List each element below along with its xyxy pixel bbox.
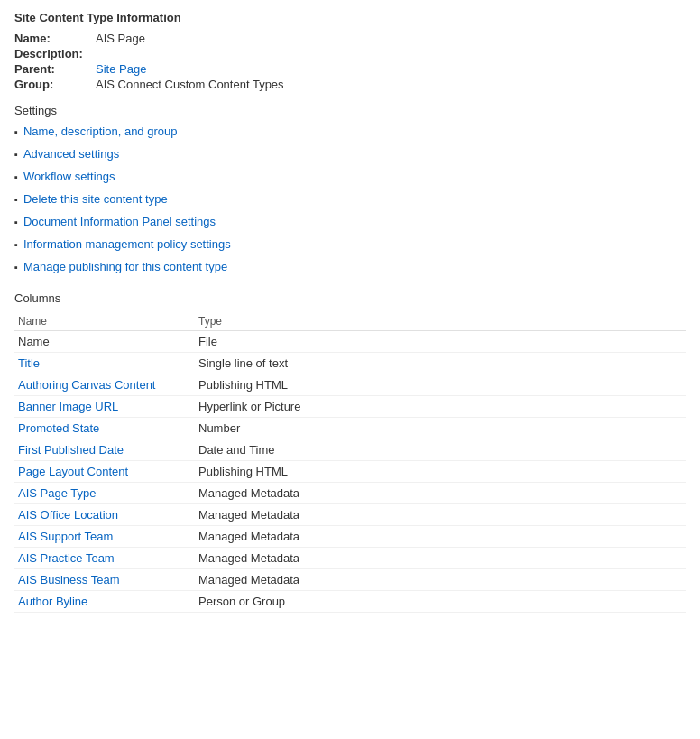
column-name-cell: Title: [14, 353, 195, 374]
column-name-cell: Banner Image URL: [14, 396, 195, 418]
table-row: Author BylinePerson or Group: [14, 591, 686, 613]
settings-list-link[interactable]: Manage publishing for this content type: [23, 260, 227, 273]
column-name-cell: AIS Business Team: [14, 569, 195, 591]
settings-list-item: Information management policy settings: [14, 237, 686, 251]
column-type-cell: Managed Metadata: [195, 548, 686, 569]
column-type-cell: Number: [195, 418, 686, 439]
settings-list-link[interactable]: Advanced settings: [23, 147, 119, 161]
table-row: AIS Business TeamManaged Metadata: [14, 569, 686, 591]
settings-list-link[interactable]: Document Information Panel settings: [23, 215, 216, 228]
column-name-cell: Page Layout Content: [14, 461, 195, 483]
info-row-name: Name: AIS Page: [14, 32, 686, 45]
column-type-cell: Managed Metadata: [195, 569, 686, 591]
column-name-link[interactable]: AIS Office Location: [18, 508, 118, 522]
name-label: Name:: [14, 32, 96, 45]
settings-list-item: Advanced settings: [14, 147, 686, 161]
columns-heading: Columns: [14, 291, 686, 305]
settings-list-item: Manage publishing for this content type: [14, 260, 686, 273]
column-type-cell: Managed Metadata: [195, 504, 686, 526]
settings-list-link[interactable]: Name, description, and group: [23, 125, 178, 138]
table-row: AIS Page TypeManaged Metadata: [14, 483, 686, 504]
description-label: Description:: [14, 47, 96, 60]
column-type-cell: Publishing HTML: [195, 461, 686, 483]
settings-list-item: Delete this site content type: [14, 192, 686, 206]
settings-list-link[interactable]: Delete this site content type: [23, 192, 168, 206]
settings-list-item: Name, description, and group: [14, 125, 686, 138]
settings-list-link[interactable]: Information management policy settings: [23, 237, 231, 251]
info-table: Name: AIS Page Description: Parent: Site…: [14, 32, 686, 91]
column-name-link[interactable]: Page Layout Content: [18, 465, 128, 478]
column-name-cell: AIS Page Type: [14, 483, 195, 504]
column-name-cell: Promoted State: [14, 418, 195, 439]
column-type-cell: Person or Group: [195, 591, 686, 613]
column-type-cell: Hyperlink or Picture: [195, 396, 686, 418]
column-type-cell: Managed Metadata: [195, 526, 686, 548]
table-row: Banner Image URLHyperlink or Picture: [14, 396, 686, 418]
parent-value-link[interactable]: Site Page: [96, 62, 146, 76]
columns-section: Columns Name Type NameFileTitleSingle li…: [14, 291, 686, 613]
group-label: Group:: [14, 78, 96, 91]
col-header-type: Type: [195, 312, 686, 331]
column-name-link[interactable]: AIS Practice Team: [18, 551, 115, 565]
table-row: AIS Practice TeamManaged Metadata: [14, 548, 686, 569]
column-type-cell: Publishing HTML: [195, 374, 686, 396]
column-name-cell: AIS Support Team: [14, 526, 195, 548]
parent-label: Parent:: [14, 62, 96, 76]
column-name-link[interactable]: Banner Image URL: [18, 400, 118, 413]
column-name-cell: AIS Practice Team: [14, 548, 195, 569]
column-type-cell: Managed Metadata: [195, 483, 686, 504]
col-header-name: Name: [14, 312, 195, 331]
settings-list-item: Workflow settings: [14, 170, 686, 183]
table-row: AIS Support TeamManaged Metadata: [14, 526, 686, 548]
table-row: NameFile: [14, 331, 686, 353]
table-row: TitleSingle line of text: [14, 353, 686, 374]
table-row: Promoted StateNumber: [14, 418, 686, 439]
column-name-link[interactable]: AIS Page Type: [18, 486, 97, 500]
column-name-link[interactable]: AIS Support Team: [18, 530, 113, 543]
column-name-link[interactable]: Author Byline: [18, 595, 88, 608]
column-type-cell: Single line of text: [195, 353, 686, 374]
table-row: Authoring Canvas ContentPublishing HTML: [14, 374, 686, 396]
column-name-link[interactable]: Title: [18, 356, 40, 370]
settings-list-link[interactable]: Workflow settings: [23, 170, 115, 183]
settings-list-item: Document Information Panel settings: [14, 215, 686, 228]
settings-heading: Settings: [14, 104, 686, 117]
column-name-link[interactable]: Authoring Canvas Content: [18, 378, 155, 392]
columns-table: Name Type NameFileTitleSingle line of te…: [14, 312, 686, 613]
settings-list: Name, description, and groupAdvanced set…: [14, 125, 686, 273]
column-name-cell: AIS Office Location: [14, 504, 195, 526]
column-name-link[interactable]: Promoted State: [18, 421, 99, 435]
page-title: Site Content Type Information: [14, 11, 686, 24]
column-name-link[interactable]: First Published Date: [18, 443, 124, 457]
column-name-cell: Authoring Canvas Content: [14, 374, 195, 396]
table-row: Page Layout ContentPublishing HTML: [14, 461, 686, 483]
group-value: AIS Connect Custom Content Types: [96, 78, 284, 91]
column-name-cell: First Published Date: [14, 439, 195, 461]
name-value: AIS Page: [96, 32, 145, 45]
column-name-cell: Name: [14, 331, 195, 353]
info-row-parent: Parent: Site Page: [14, 62, 686, 76]
table-row: First Published DateDate and Time: [14, 439, 686, 461]
info-row-description: Description:: [14, 47, 686, 60]
column-type-cell: File: [195, 331, 686, 353]
column-name-cell: Author Byline: [14, 591, 195, 613]
table-row: AIS Office LocationManaged Metadata: [14, 504, 686, 526]
info-row-group: Group: AIS Connect Custom Content Types: [14, 78, 686, 91]
column-type-cell: Date and Time: [195, 439, 686, 461]
column-name-link[interactable]: AIS Business Team: [18, 573, 119, 587]
